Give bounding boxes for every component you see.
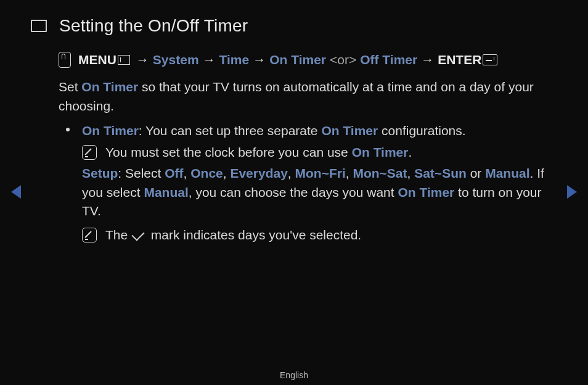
option: Once [190, 166, 223, 180]
book-icon [31, 20, 47, 32]
text: : Select [118, 166, 165, 180]
intro-text: Set On Timer so that your TV turns on au… [59, 78, 551, 115]
next-page-button[interactable] [567, 185, 577, 199]
setup-text: Setup: Select Off, Once, Everyday, Mon~F… [82, 164, 551, 220]
path-or: <or> [326, 51, 360, 69]
option: Mon~Sat [353, 166, 407, 180]
text: , [223, 166, 231, 180]
intro-link: On Timer [81, 80, 138, 94]
option: Everyday [230, 166, 287, 180]
arrow-icon: → [133, 51, 153, 69]
text: You must set the clock before you can us… [105, 145, 352, 159]
text: mark indicates days you've selected. [147, 228, 361, 242]
option: Off [165, 166, 183, 180]
path-system: System [153, 51, 199, 69]
note-icon [82, 228, 97, 242]
remote-icon [59, 52, 71, 68]
path-off-timer: Off Timer [360, 51, 417, 69]
text: , [288, 166, 295, 180]
bullet-icon [66, 128, 70, 131]
note-row: The mark indicates days you've selected. [82, 226, 551, 244]
bullet-heading: On Timer: You can set up three separate … [82, 122, 551, 140]
page-title: Setting the On/Off Timer [59, 16, 248, 36]
option: Manual [485, 166, 529, 180]
path-time: Time [219, 51, 250, 69]
text: , [407, 166, 415, 180]
menu-screen-icon [118, 55, 130, 65]
term: On Timer [352, 145, 409, 159]
breadcrumb: MENU → System → Time → On Timer <or> Off… [59, 51, 551, 69]
text: , [346, 166, 353, 180]
text: . [408, 145, 412, 159]
intro-part: Set [59, 80, 81, 94]
bullet-item: On Timer: You can set up three separate … [59, 122, 551, 244]
text: : You can set up three separate [139, 123, 322, 138]
language-label: English [0, 370, 588, 380]
text: or [467, 166, 485, 180]
term: On Timer [321, 123, 378, 138]
term: On Timer [82, 123, 139, 138]
note-text: The mark indicates days you've selected. [105, 226, 361, 244]
path-menu: MENU [78, 51, 116, 69]
note-row: You must set the clock before you can us… [82, 143, 551, 162]
check-icon [131, 228, 144, 241]
text: , you can choose the days you want [189, 185, 398, 199]
text: , [184, 166, 191, 180]
text: The [105, 228, 131, 242]
prev-page-button[interactable] [11, 185, 21, 199]
option: Manual [144, 185, 188, 199]
arrow-icon: → [417, 51, 438, 69]
path-on-timer: On Timer [269, 51, 326, 69]
enter-icon [483, 54, 497, 65]
arrow-icon: → [249, 51, 269, 69]
option: Sat~Sun [414, 166, 467, 180]
path-enter: ENTER [438, 51, 481, 69]
text: configurations. [378, 123, 465, 138]
term: Setup [82, 166, 118, 180]
note-icon [82, 145, 97, 160]
arrow-icon: → [199, 51, 219, 69]
term: On Timer [398, 185, 454, 199]
option: Mon~Fri [295, 166, 346, 180]
note-text: You must set the clock before you can us… [105, 143, 412, 162]
